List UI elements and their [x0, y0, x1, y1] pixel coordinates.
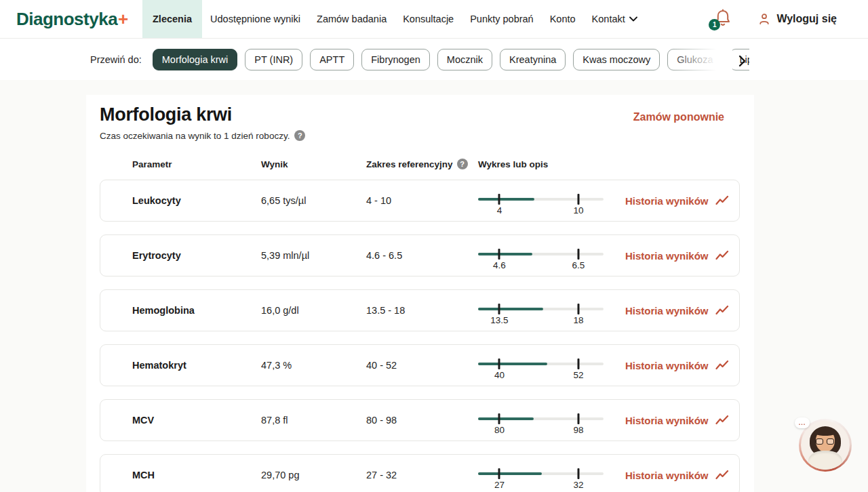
- reorder-link[interactable]: Zamów ponownie: [633, 111, 724, 123]
- range-max-label: 52: [573, 370, 583, 380]
- logout-button[interactable]: Wyloguj się: [758, 13, 837, 25]
- main-nav: ZleceniaUdostępnione wynikiZamów badania…: [142, 0, 646, 38]
- chips-scroll-right-button[interactable]: [734, 54, 749, 68]
- param-name: Hematokryt: [132, 360, 261, 371]
- range-max-tick: [578, 304, 580, 314]
- test-chip-2[interactable]: APTT: [310, 49, 354, 70]
- history-label: Historia wyników: [625, 250, 709, 262]
- history-link[interactable]: Historia wyników: [625, 415, 729, 426]
- reference-range: 40 - 52: [366, 360, 478, 371]
- range-bar-chart: 4.6 6.5: [478, 241, 604, 270]
- reference-range: 4.6 - 6.5: [366, 250, 478, 261]
- trend-chart-icon: [715, 470, 729, 480]
- range-min-label: 4.6: [493, 260, 506, 270]
- user-icon: [758, 13, 770, 25]
- history-link[interactable]: Historia wyników: [625, 195, 729, 207]
- scroll-to-label: Przewiń do:: [90, 54, 142, 65]
- range-min-label: 80: [494, 425, 505, 435]
- reference-range: 4 - 10: [366, 195, 478, 206]
- range-bar-fill: [478, 363, 547, 365]
- range-bar-chart: 80 98: [478, 406, 604, 434]
- nav-item-4[interactable]: Punkty pobrań: [462, 0, 542, 38]
- result-value: 5,39 mln/µl: [261, 250, 366, 261]
- history-link[interactable]: Historia wyników: [625, 250, 729, 262]
- test-chip-0[interactable]: Morfologia krwi: [153, 49, 238, 70]
- history-link[interactable]: Historia wyników: [625, 470, 729, 481]
- subtitle-help-icon[interactable]: ?: [294, 130, 305, 141]
- test-chip-list: Morfologia krwiPT (INR)APTTFibrynogenMoc…: [153, 49, 749, 70]
- history-link[interactable]: Historia wyników: [625, 305, 729, 316]
- brand-logo[interactable]: Diagnostyka +: [0, 0, 142, 38]
- range-max-tick: [578, 358, 580, 369]
- history-label: Historia wyników: [625, 470, 709, 481]
- nav-item-5[interactable]: Konto: [542, 0, 584, 38]
- result-row: Leukocyty 6,65 tys/µl 4 - 10 4 10 Histor…: [100, 180, 740, 222]
- top-header: Diagnostyka + ZleceniaUdostępnione wynik…: [0, 0, 868, 39]
- page-background: Morfologia krwi Czas oczekiwania na wyni…: [0, 80, 868, 492]
- range-bar-fill: [478, 417, 534, 420]
- test-chip-4[interactable]: Mocznik: [437, 49, 492, 70]
- trend-chart-icon: [715, 415, 729, 426]
- range-min-label: 27: [494, 480, 505, 490]
- header-right: 1 Wyloguj się: [715, 0, 868, 38]
- range-max-tick: [578, 194, 580, 205]
- range-min-label: 40: [494, 370, 505, 380]
- assistant-chat-button[interactable]: ...: [799, 419, 852, 472]
- range-help-icon[interactable]: ?: [457, 159, 468, 169]
- reference-range: 80 - 98: [366, 415, 478, 426]
- test-chip-3[interactable]: Fibrynogen: [361, 49, 430, 70]
- brand-plus: +: [118, 9, 128, 30]
- range-bar-chart: 27 32: [478, 461, 604, 489]
- history-link[interactable]: Historia wyników: [625, 360, 729, 371]
- param-name: Leukocyty: [132, 195, 261, 206]
- header-chart: Wykres lub opis: [478, 159, 548, 169]
- range-max-tick: [578, 468, 580, 479]
- test-chip-5[interactable]: Kreatynina: [500, 49, 566, 70]
- range-min-tick: [498, 358, 500, 369]
- range-bar-chart: 13.5 18: [478, 296, 604, 325]
- test-chip-1[interactable]: PT (INR): [245, 49, 302, 70]
- range-bar-fill: [478, 198, 534, 201]
- trend-chart-icon: [715, 360, 729, 371]
- nav-item-label: Konto: [550, 14, 576, 24]
- result-value: 16,0 g/dl: [261, 305, 366, 316]
- range-bar-chart: 4 10: [478, 186, 604, 215]
- nav-item-label: Udostępnione wyniki: [210, 14, 300, 24]
- result-value: 29,70 pg: [261, 470, 366, 480]
- header-range-label: Zakres referencyjny: [366, 159, 453, 169]
- range-max-tick: [578, 413, 580, 424]
- nav-item-6[interactable]: Kontakt: [584, 0, 646, 38]
- test-chip-6[interactable]: Kwas moczowy: [573, 49, 660, 70]
- range-bar-fill: [478, 472, 542, 475]
- result-row: MCV 87,8 fl 80 - 98 80 98 Historia wynik…: [100, 399, 740, 441]
- chevron-right-icon: [736, 55, 748, 67]
- notifications-button[interactable]: 1: [715, 9, 732, 29]
- range-bar-fill: [478, 308, 543, 310]
- param-name: Hemoglobina: [132, 305, 261, 316]
- trend-chart-icon: [715, 250, 729, 261]
- result-row: Erytrocyty 5,39 mln/µl 4.6 - 6.5 4.6 6.5…: [100, 234, 740, 276]
- test-chip-7[interactable]: Glukoza: [667, 49, 722, 70]
- reference-range: 27 - 32: [366, 470, 478, 480]
- range-max-label: 32: [573, 480, 583, 490]
- param-name: Erytrocyty: [132, 250, 261, 261]
- panel-subtitle-row: Czas oczekiwania na wynik to 1 dzień rob…: [100, 130, 740, 141]
- nav-item-label: Zamów badania: [317, 14, 387, 24]
- nav-item-3[interactable]: Konsultacje: [395, 0, 462, 38]
- result-row: MCH 29,70 pg 27 - 32 27 32 Historia wyni…: [100, 454, 740, 492]
- result-value: 87,8 fl: [261, 415, 366, 426]
- nav-item-2[interactable]: Zamów badania: [309, 0, 395, 38]
- range-max-label: 18: [573, 315, 583, 325]
- param-name: MCH: [132, 470, 261, 480]
- range-bar-chart: 40 52: [478, 351, 604, 380]
- nav-item-1[interactable]: Udostępnione wyniki: [202, 0, 309, 38]
- range-max-label: 10: [573, 205, 583, 216]
- range-min-label: 4: [497, 205, 502, 216]
- nav-item-0[interactable]: Zlecenia: [142, 0, 202, 38]
- nav-item-label: Kontakt: [592, 14, 625, 24]
- result-value: 47,3 %: [261, 360, 366, 371]
- range-min-tick: [498, 413, 500, 424]
- header-param: Parametr: [132, 159, 261, 169]
- panel-subtitle: Czas oczekiwania na wynik to 1 dzień rob…: [100, 131, 290, 141]
- result-row: Hemoglobina 16,0 g/dl 13.5 - 18 13.5 18 …: [100, 289, 740, 331]
